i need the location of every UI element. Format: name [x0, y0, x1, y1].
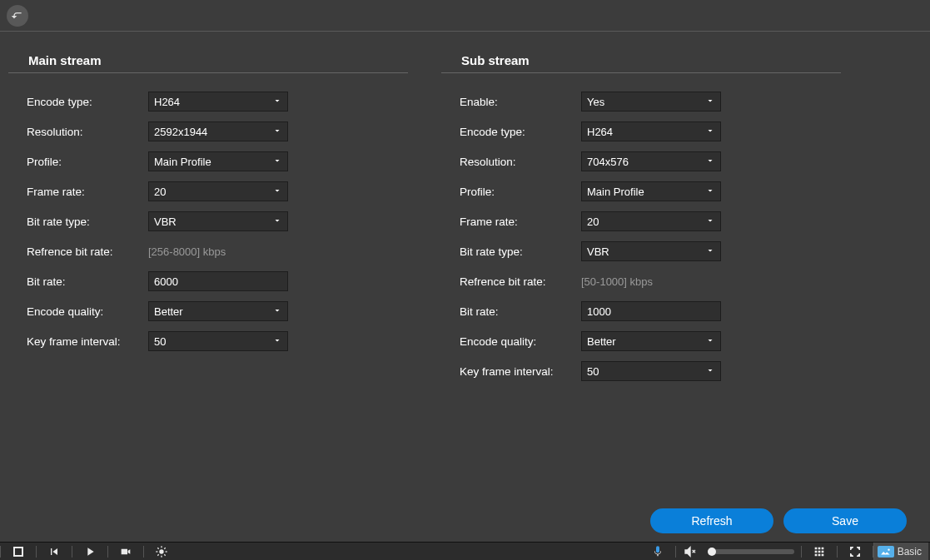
- chevron-down-icon: [272, 96, 282, 108]
- mic-button[interactable]: [640, 543, 675, 560]
- chevron-down-icon: [272, 156, 282, 168]
- chevron-down-icon: [705, 245, 715, 258]
- label-encode-quality: Encode quality:: [441, 335, 581, 348]
- camera-icon: [119, 545, 132, 558]
- label-encode-type: Encode type:: [441, 126, 581, 138]
- bottom-bar: Basic: [0, 542, 930, 560]
- chevron-down-icon: [705, 335, 715, 348]
- prev-button[interactable]: [37, 543, 72, 560]
- svg-point-9: [888, 548, 889, 550]
- picture-icon: [878, 546, 894, 558]
- main-stream-title: Main stream: [8, 48, 408, 73]
- chevron-down-icon: [705, 156, 715, 168]
- label-bitrate-type: Bit rate type:: [8, 216, 148, 228]
- main-stream-column: Main stream Encode type: H264 Resolution…: [8, 48, 408, 386]
- main-profile-select[interactable]: Main Profile: [148, 151, 288, 171]
- fullscreen-icon: [848, 545, 862, 558]
- play-icon: [83, 545, 97, 558]
- chevron-down-icon: [272, 216, 282, 228]
- svg-line-5: [157, 548, 158, 548]
- sub-encode-type-value: H264: [587, 126, 613, 138]
- chevron-down-icon: [705, 126, 715, 138]
- sub-resolution-select[interactable]: 704x576: [581, 151, 721, 171]
- chevron-down-icon: [705, 216, 715, 228]
- svg-line-6: [164, 554, 165, 555]
- main-encode-type-select[interactable]: H264: [148, 92, 288, 112]
- top-bar: [0, 0, 930, 32]
- label-frame-rate: Frame rate:: [8, 186, 148, 198]
- sub-stream-title: Sub stream: [441, 48, 841, 73]
- volume-slider[interactable]: [708, 549, 794, 554]
- sub-bitrate-input[interactable]: [587, 305, 715, 318]
- main-resolution-select[interactable]: 2592x1944: [148, 121, 288, 141]
- label-ref-bitrate: Refrence bit rate:: [8, 245, 148, 258]
- back-button[interactable]: [7, 5, 28, 27]
- sub-keyframe-value: 50: [587, 365, 599, 378]
- sub-ref-bitrate-hint: [50-1000] kbps: [581, 275, 653, 288]
- record-button[interactable]: [108, 543, 143, 560]
- label-bitrate: Bit rate:: [8, 275, 148, 288]
- svg-point-0: [159, 549, 163, 553]
- sub-profile-select[interactable]: Main Profile: [581, 181, 721, 201]
- main-bitrate-type-value: VBR: [154, 216, 177, 228]
- sub-bitrate-input-wrap: [581, 301, 721, 321]
- sub-bitrate-type-select[interactable]: VBR: [581, 241, 721, 261]
- sub-frame-rate-value: 20: [587, 216, 599, 228]
- sub-enable-select[interactable]: Yes: [581, 92, 721, 112]
- label-resolution: Resolution:: [8, 126, 148, 138]
- main-bitrate-input[interactable]: [154, 275, 282, 288]
- chevron-down-icon: [705, 186, 715, 198]
- label-profile: Profile:: [8, 156, 148, 168]
- main-keyframe-select[interactable]: 50: [148, 331, 288, 351]
- stop-button[interactable]: [1, 543, 36, 560]
- back-arrow-icon: [11, 9, 24, 22]
- volume-knob[interactable]: [708, 548, 716, 556]
- button-row: Refresh Save: [650, 508, 907, 533]
- label-keyframe: Key frame interval:: [441, 365, 581, 378]
- label-encode-quality: Encode quality:: [8, 305, 148, 318]
- basic-mode-label: Basic: [898, 546, 922, 558]
- content-area: Main stream Encode type: H264 Resolution…: [0, 32, 930, 394]
- label-enable: Enable:: [441, 96, 581, 108]
- brightness-icon: [155, 545, 168, 558]
- play-button[interactable]: [72, 543, 107, 560]
- chevron-down-icon: [272, 186, 282, 198]
- sub-stream-column: Sub stream Enable: Yes Encode type: H264…: [441, 48, 841, 386]
- main-frame-rate-select[interactable]: 20: [148, 181, 288, 201]
- sub-keyframe-select[interactable]: 50: [581, 361, 721, 381]
- label-encode-type: Encode type:: [8, 96, 148, 108]
- mute-button[interactable]: [676, 543, 704, 560]
- grid-button[interactable]: [802, 543, 837, 560]
- chevron-down-icon: [272, 126, 282, 138]
- sub-frame-rate-select[interactable]: 20: [581, 211, 721, 231]
- brightness-button[interactable]: [144, 543, 179, 560]
- svg-line-7: [164, 548, 165, 548]
- label-profile: Profile:: [441, 186, 581, 198]
- fullscreen-button[interactable]: [838, 543, 873, 560]
- refresh-button[interactable]: Refresh: [650, 508, 773, 533]
- sub-encode-quality-select[interactable]: Better: [581, 331, 721, 351]
- sub-bitrate-type-value: VBR: [587, 245, 609, 258]
- main-ref-bitrate-hint: [256-8000] kbps: [148, 245, 226, 258]
- basic-mode-button[interactable]: Basic: [873, 543, 928, 560]
- main-bitrate-type-select[interactable]: VBR: [148, 211, 288, 231]
- main-frame-rate-value: 20: [154, 186, 166, 198]
- chevron-down-icon: [272, 335, 282, 348]
- sub-encode-quality-value: Better: [587, 335, 616, 348]
- label-ref-bitrate: Refrence bit rate:: [441, 275, 581, 288]
- sub-enable-value: Yes: [587, 96, 604, 108]
- svg-line-8: [157, 554, 158, 555]
- main-resolution-value: 2592x1944: [154, 126, 207, 138]
- label-frame-rate: Frame rate:: [441, 216, 581, 228]
- label-bitrate: Bit rate:: [441, 305, 581, 318]
- main-bitrate-input-wrap: [148, 271, 288, 291]
- main-encode-quality-select[interactable]: Better: [148, 301, 288, 321]
- sub-encode-type-select[interactable]: H264: [581, 121, 721, 141]
- chevron-down-icon: [705, 96, 715, 108]
- mic-icon: [651, 545, 664, 558]
- stop-icon: [13, 547, 23, 557]
- grid-icon: [813, 545, 826, 558]
- label-resolution: Resolution:: [441, 156, 581, 168]
- chevron-down-icon: [705, 365, 715, 378]
- save-button[interactable]: Save: [783, 508, 907, 533]
